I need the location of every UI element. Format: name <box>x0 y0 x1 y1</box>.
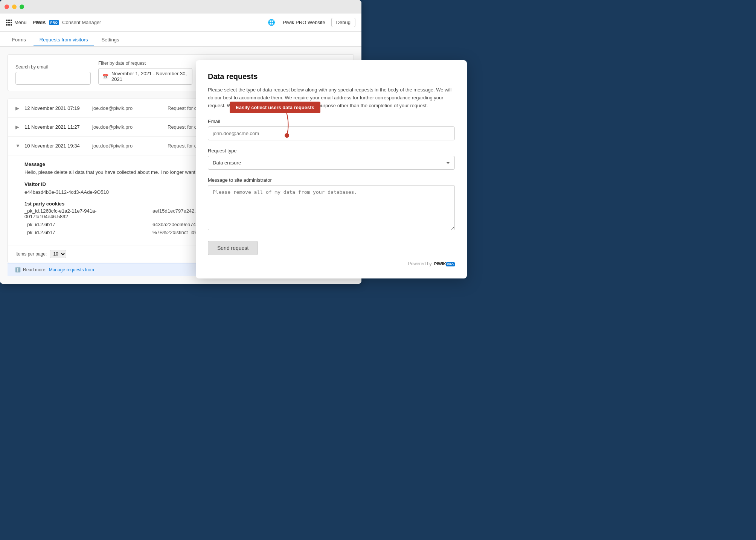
nav-tabs: Forms Requests from visitors Settings <box>0 32 361 47</box>
search-input[interactable] <box>15 72 91 85</box>
per-page-select[interactable]: 10 25 50 <box>50 250 66 258</box>
email-input[interactable] <box>208 126 455 140</box>
row-expand-chevron[interactable]: ▶ <box>15 124 24 130</box>
tab-settings[interactable]: Settings <box>95 34 125 46</box>
traffic-light-green[interactable] <box>20 5 24 9</box>
send-request-button[interactable]: Send request <box>208 241 258 255</box>
read-more-text: Read more: <box>23 267 47 272</box>
row-email: joe.doe@piwik.pro <box>92 143 168 149</box>
items-per-page-label: Items per page: <box>15 251 47 257</box>
annotation-text: Easily collect users data requests <box>236 105 314 110</box>
row-date: 12 November 2021 07:19 <box>24 105 92 111</box>
globe-icon[interactable]: 🌐 <box>266 17 277 28</box>
request-type-label: Request type <box>208 148 455 154</box>
row-expand-chevron[interactable]: ▼ <box>15 143 24 149</box>
menu-grid-icon <box>6 20 12 26</box>
logo-text: PIWIK <box>33 20 46 25</box>
annotation-tooltip: Easily collect users data requests <box>230 102 320 113</box>
row-email: joe.doe@piwik.pro <box>92 105 168 111</box>
footer-logo: PIWIKPRO <box>434 262 455 266</box>
app-header: Menu PIWIK PRO Consent Manager 🌐 Piwik P… <box>0 14 361 32</box>
app-name: Consent Manager <box>62 20 101 25</box>
search-wrap: 🔍 <box>15 72 91 85</box>
traffic-light-red[interactable] <box>5 5 9 9</box>
search-label: Search by email <box>15 64 91 70</box>
row-date: 10 November 2021 19:34 <box>24 143 92 149</box>
row-expand-chevron[interactable]: ▶ <box>15 105 24 111</box>
message-textarea[interactable] <box>208 185 455 230</box>
message-field-label: Message to site administrator <box>208 177 455 183</box>
data-requests-modal: Data requests Please select the type of … <box>196 60 467 278</box>
tab-requests-from-visitors[interactable]: Requests from visitors <box>34 34 94 46</box>
date-filter-value: November 1, 2021 - November 30, 2021 <box>111 71 188 82</box>
browser-titlebar <box>0 0 361 14</box>
cookie-name: _pk_id.1268cfc-e1a2-11e7-941a-0017fa104e… <box>24 208 137 219</box>
date-filter-group: Filter by date of request 📅 November 1, … <box>98 61 192 85</box>
logo-pro-badge: PRO <box>49 20 59 25</box>
debug-button[interactable]: Debug <box>331 18 355 27</box>
search-group: Search by email 🔍 <box>15 64 91 85</box>
read-more-link[interactable]: Manage requests from <box>49 267 94 272</box>
row-email: joe.doe@piwik.pro <box>92 124 168 130</box>
row-date: 11 November 2021 11:27 <box>24 124 92 130</box>
site-name: Piwik PRO Website <box>283 20 325 25</box>
modal-footer: Powered by PIWIKPRO <box>208 261 455 266</box>
footer-pro-badge: PRO <box>446 262 455 266</box>
request-type-select[interactable]: Data erasure Data access Data rectificat… <box>208 156 455 170</box>
cookie-name: _pk_id.2.6b17 <box>24 222 137 227</box>
logo-area: PIWIK PRO Consent Manager <box>33 20 101 25</box>
cookie-name: _pk_id.2.6b17 <box>24 230 137 235</box>
info-icon: ℹ️ <box>15 267 21 272</box>
calendar-icon: 📅 <box>102 74 108 79</box>
email-field-label: Email <box>208 119 455 124</box>
date-filter-input[interactable]: 📅 November 1, 2021 - November 30, 2021 <box>98 68 192 85</box>
powered-by-label: Powered by <box>408 261 432 266</box>
menu-label: Menu <box>14 20 27 25</box>
traffic-light-yellow[interactable] <box>12 5 17 9</box>
menu-button[interactable]: Menu <box>6 20 27 26</box>
tab-forms[interactable]: Forms <box>6 34 32 46</box>
modal-title: Data requests <box>208 72 455 81</box>
date-filter-label: Filter by date of request <box>98 61 192 66</box>
